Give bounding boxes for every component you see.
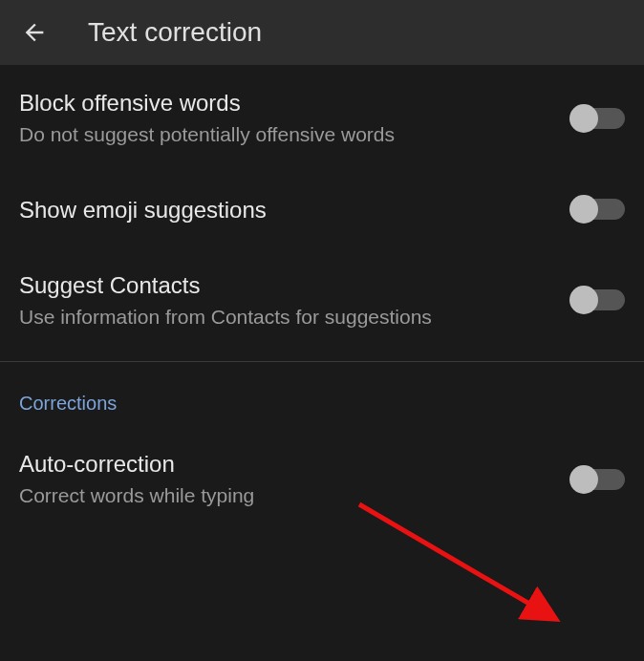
section-header-corrections: Corrections: [0, 370, 644, 426]
app-header: Text correction: [0, 0, 644, 65]
toggle-thumb: [569, 286, 598, 314]
setting-title: Auto-correction: [19, 449, 552, 479]
setting-text: Show emoji suggestions: [19, 195, 571, 224]
setting-subtitle: Do not suggest potentially offensive wor…: [19, 121, 552, 148]
divider: [0, 361, 644, 362]
settings-content: Block offensive words Do not suggest pot…: [0, 65, 644, 533]
setting-subtitle: Use information from Contacts for sugges…: [19, 304, 552, 330]
toggle-emoji-suggestions[interactable]: [571, 199, 625, 220]
back-icon[interactable]: [15, 13, 54, 52]
setting-auto-correction[interactable]: Auto-correction Correct words while typi…: [0, 426, 644, 533]
setting-suggest-contacts[interactable]: Suggest Contacts Use information from Co…: [0, 247, 644, 354]
setting-title: Show emoji suggestions: [19, 195, 552, 224]
setting-subtitle: Correct words while typing: [19, 482, 552, 509]
arrow-left-icon: [21, 19, 48, 46]
toggle-block-offensive[interactable]: [571, 108, 625, 129]
page-title: Text correction: [88, 17, 262, 48]
setting-text: Auto-correction Correct words while typi…: [19, 449, 571, 510]
setting-text: Block offensive words Do not suggest pot…: [19, 88, 571, 149]
setting-text: Suggest Contacts Use information from Co…: [19, 270, 571, 331]
toggle-thumb: [569, 195, 598, 224]
toggle-thumb: [569, 104, 598, 133]
toggle-thumb: [569, 465, 598, 494]
toggle-suggest-contacts[interactable]: [571, 289, 625, 310]
setting-block-offensive[interactable]: Block offensive words Do not suggest pot…: [0, 65, 644, 172]
setting-emoji-suggestions[interactable]: Show emoji suggestions: [0, 172, 644, 247]
setting-title: Block offensive words: [19, 88, 552, 117]
setting-title: Suggest Contacts: [19, 270, 552, 300]
toggle-auto-correction[interactable]: [571, 469, 625, 490]
